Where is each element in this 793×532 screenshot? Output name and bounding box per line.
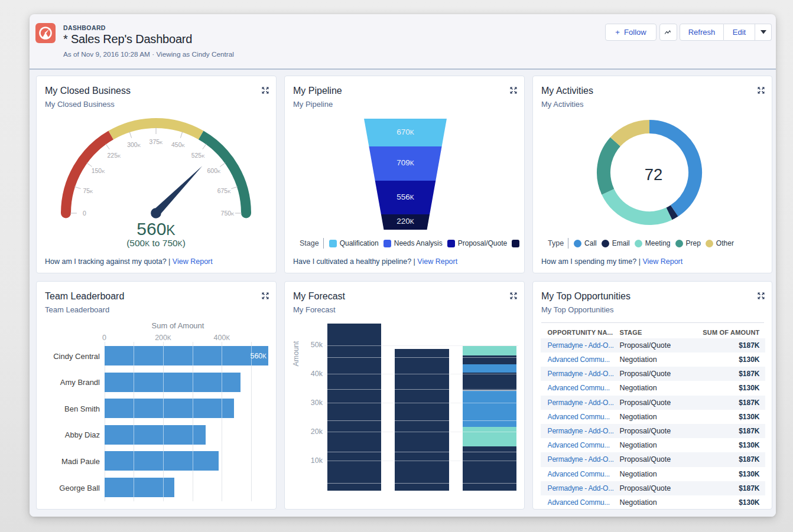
svg-text:525K: 525K — [191, 152, 206, 159]
svg-text:72: 72 — [645, 165, 663, 184]
svg-text:750K: 750K — [221, 210, 235, 217]
svg-text:375K: 375K — [150, 138, 164, 145]
svg-text:300K: 300K — [127, 141, 141, 148]
svg-text:709K: 709K — [396, 158, 414, 167]
svg-text:600K: 600K — [207, 167, 221, 174]
svg-text:670K: 670K — [396, 128, 414, 136]
svg-text:75K: 75K — [83, 187, 93, 194]
svg-text:225K: 225K — [107, 152, 121, 159]
svg-text:556K: 556K — [396, 192, 414, 201]
svg-text:560K: 560K — [136, 219, 176, 239]
svg-text:0: 0 — [83, 210, 86, 217]
svg-text:450K: 450K — [171, 141, 186, 148]
svg-text:150K: 150K — [92, 167, 106, 174]
svg-text:220K: 220K — [396, 217, 414, 226]
svg-text:675K: 675K — [217, 187, 232, 194]
svg-text:(500K to 750K): (500K to 750K) — [126, 238, 186, 248]
